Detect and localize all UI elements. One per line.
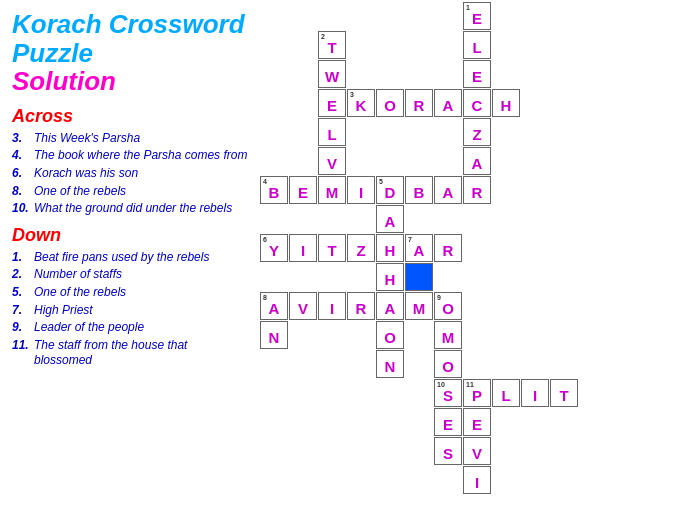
title-line2: Puzzle bbox=[12, 39, 248, 68]
clue-text: The book where the Parsha comes from bbox=[34, 148, 248, 164]
cell-number: 10 bbox=[437, 381, 445, 388]
cell-number: 9 bbox=[437, 294, 441, 301]
clue-number: 2. bbox=[12, 267, 34, 283]
crossword-cell bbox=[405, 263, 433, 291]
crossword-cell: 10S bbox=[434, 379, 462, 407]
across-clue-item: 10.What the ground did under the rebels bbox=[12, 201, 248, 217]
cell-letter: L bbox=[472, 39, 481, 56]
crossword-cell: L bbox=[492, 379, 520, 407]
crossword-cell: Z bbox=[347, 234, 375, 262]
cell-letter: E bbox=[472, 68, 482, 85]
crossword-cell: R bbox=[405, 89, 433, 117]
clue-text: Beat fire pans used by the rebels bbox=[34, 250, 248, 266]
cell-letter: A bbox=[269, 300, 280, 317]
across-clue-item: 3.This Week's Parsha bbox=[12, 131, 248, 147]
crossword-cell: I bbox=[463, 466, 491, 494]
cell-number: 6 bbox=[263, 236, 267, 243]
crossword-cell: L bbox=[463, 31, 491, 59]
clue-text: Number of staffs bbox=[34, 267, 248, 283]
cell-letter: S bbox=[443, 387, 453, 404]
crossword-cell: A bbox=[463, 147, 491, 175]
crossword-cell: H bbox=[376, 263, 404, 291]
cell-letter: E bbox=[472, 416, 482, 433]
crossword-cell: A bbox=[376, 205, 404, 233]
crossword-cell: I bbox=[521, 379, 549, 407]
cell-letter: H bbox=[501, 97, 512, 114]
clue-number: 3. bbox=[12, 131, 34, 147]
cell-letter: I bbox=[330, 300, 334, 317]
cell-letter: Z bbox=[472, 126, 481, 143]
cell-number: 4 bbox=[263, 178, 267, 185]
crossword-cell: N bbox=[260, 321, 288, 349]
crossword-cell: 5D bbox=[376, 176, 404, 204]
crossword-cell: I bbox=[347, 176, 375, 204]
cell-letter: W bbox=[325, 68, 339, 85]
crossword-cell: R bbox=[347, 292, 375, 320]
cell-letter: K bbox=[356, 97, 367, 114]
clue-text: What the ground did under the rebels bbox=[34, 201, 248, 217]
down-clue-item: 2.Number of staffs bbox=[12, 267, 248, 283]
clue-number: 7. bbox=[12, 303, 34, 319]
clue-text: The staff from the house that blossomed bbox=[34, 338, 248, 369]
clue-text: This Week's Parsha bbox=[34, 131, 248, 147]
cell-letter: R bbox=[356, 300, 367, 317]
cell-letter: I bbox=[533, 387, 537, 404]
cell-number: 11 bbox=[466, 381, 474, 388]
crossword-cell: E bbox=[434, 408, 462, 436]
cell-letter: R bbox=[472, 184, 483, 201]
cell-number: 5 bbox=[379, 178, 383, 185]
crossword-cell: H bbox=[376, 234, 404, 262]
cell-letter: Z bbox=[356, 242, 365, 259]
cell-letter: L bbox=[501, 387, 510, 404]
title-line3: Solution bbox=[12, 67, 248, 96]
cell-letter: E bbox=[327, 97, 337, 114]
crossword-cell: E bbox=[463, 60, 491, 88]
crossword-cell: 6Y bbox=[260, 234, 288, 262]
cell-letter: T bbox=[559, 387, 568, 404]
down-clues: 1.Beat fire pans used by the rebels2.Num… bbox=[12, 250, 248, 369]
down-section-title: Down bbox=[12, 225, 248, 246]
cell-letter: I bbox=[301, 242, 305, 259]
cell-letter: A bbox=[385, 213, 396, 230]
crossword-cell: O bbox=[376, 89, 404, 117]
clue-number: 8. bbox=[12, 184, 34, 200]
cell-letter: E bbox=[472, 10, 482, 27]
crossword-cell: W bbox=[318, 60, 346, 88]
cell-number: 7 bbox=[408, 236, 412, 243]
crossword-cell: O bbox=[434, 350, 462, 378]
crossword-cell: A bbox=[434, 176, 462, 204]
crossword-cell: 8A bbox=[260, 292, 288, 320]
cell-letter: O bbox=[384, 97, 396, 114]
left-panel: Korach Crossword Puzzle Solution Across … bbox=[0, 0, 260, 506]
clue-number: 11. bbox=[12, 338, 34, 369]
cell-letter: V bbox=[472, 445, 482, 462]
cell-letter: A bbox=[385, 300, 396, 317]
crossword-cell: B bbox=[405, 176, 433, 204]
across-section-title: Across bbox=[12, 106, 248, 127]
crossword-cell: I bbox=[318, 292, 346, 320]
across-clues: 3.This Week's Parsha4.The book where the… bbox=[12, 131, 248, 217]
cell-number: 2 bbox=[321, 33, 325, 40]
cell-letter: A bbox=[443, 97, 454, 114]
cell-letter: M bbox=[442, 329, 455, 346]
across-clue-item: 6.Korach was his son bbox=[12, 166, 248, 182]
crossword-cell: 4B bbox=[260, 176, 288, 204]
cell-letter: V bbox=[298, 300, 308, 317]
crossword-cell: 1E bbox=[463, 2, 491, 30]
clue-text: One of the rebels bbox=[34, 184, 248, 200]
cell-letter: C bbox=[472, 97, 483, 114]
crossword-cell: S bbox=[434, 437, 462, 465]
down-clue-item: 1.Beat fire pans used by the rebels bbox=[12, 250, 248, 266]
crossword-cell: T bbox=[318, 234, 346, 262]
crossword-cell: 7A bbox=[405, 234, 433, 262]
cell-letter: M bbox=[326, 184, 339, 201]
clue-number: 10. bbox=[12, 201, 34, 217]
crossword-cell: A bbox=[434, 89, 462, 117]
cell-letter: R bbox=[443, 242, 454, 259]
crossword-cell: T bbox=[550, 379, 578, 407]
cell-letter: T bbox=[327, 242, 336, 259]
crossword-cell: V bbox=[463, 437, 491, 465]
cell-letter: I bbox=[475, 474, 479, 491]
cell-letter: D bbox=[385, 184, 396, 201]
cell-letter: O bbox=[384, 329, 396, 346]
